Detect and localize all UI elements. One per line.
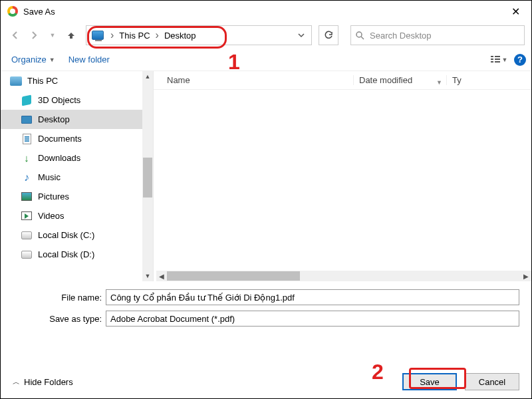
savetype-label: Save as type: [13, 314, 106, 324]
column-date[interactable]: Date modified ▼ [353, 75, 446, 85]
tree-item-videos[interactable]: Videos [1, 206, 153, 225]
pc-icon [10, 76, 22, 86]
svg-rect-2 [491, 56, 493, 57]
search-input[interactable]: Search Desktop [350, 25, 525, 45]
svg-rect-5 [495, 56, 500, 57]
annotation-number-1: 1 [228, 50, 240, 74]
titlebar: Save As ✕ [1, 1, 531, 22]
tree-item-pictures[interactable]: Pictures [1, 187, 153, 206]
tree-item-downloads[interactable]: ↓ Downloads [1, 148, 153, 168]
search-placeholder: Search Desktop [370, 31, 432, 41]
breadcrumb-root[interactable]: This PC [118, 31, 151, 41]
svg-line-1 [361, 37, 364, 39]
tree-scrollbar[interactable]: ▲ ▼ [142, 71, 153, 281]
pictures-icon [21, 192, 32, 201]
organize-button[interactable]: Organize ▼ [6, 52, 61, 67]
chevron-right-icon: › [106, 29, 118, 41]
column-type[interactable]: Ty [446, 75, 462, 85]
chevron-down-icon[interactable]: ▼ [436, 79, 442, 86]
breadcrumb[interactable]: › This PC › Desktop [86, 25, 312, 45]
chrome-icon [7, 6, 18, 17]
footer: ︿ Hide Folders Save Cancel [1, 365, 531, 398]
videos-icon [21, 211, 32, 220]
new-folder-button[interactable]: New folder [63, 52, 115, 67]
scroll-down-icon[interactable]: ▼ [142, 271, 153, 281]
list-header: Name Date modified ▼ Ty [154, 71, 531, 90]
svg-point-0 [356, 32, 362, 37]
scroll-right-icon[interactable]: ▶ [521, 273, 531, 280]
scroll-up-icon[interactable]: ▲ [142, 71, 153, 82]
svg-rect-3 [491, 59, 493, 60]
disk-icon [21, 231, 32, 239]
music-icon: ♪ [21, 172, 33, 183]
hscroll-thumb[interactable] [167, 271, 300, 281]
filename-label: File name: [13, 293, 106, 303]
breadcrumb-child[interactable]: Desktop [163, 31, 198, 41]
horizontal-scrollbar[interactable]: ◀ ▶ [156, 271, 531, 281]
file-list: Name Date modified ▼ Ty ◀ ▶ [154, 71, 531, 281]
folder-tree: This PC 3D Objects Desktop Documents ↓ D… [1, 71, 154, 281]
chevron-down-icon: ▼ [49, 57, 55, 63]
annotation-number-2: 2 [372, 360, 384, 384]
tree-item-music[interactable]: ♪ Music [1, 168, 153, 187]
toolbar: Organize ▼ New folder ▼ ? [1, 49, 531, 71]
path-dropdown[interactable] [294, 29, 309, 41]
scroll-left-icon[interactable]: ◀ [156, 273, 167, 280]
tree-item-disk-d[interactable]: Local Disk (D:) [1, 245, 153, 264]
savetype-select[interactable]: Adobe Acrobat Document (*.pdf) [106, 311, 519, 327]
downloads-icon: ↓ [21, 153, 33, 164]
svg-rect-7 [495, 61, 500, 63]
chevron-right-icon: › [152, 29, 163, 41]
3d-objects-icon [22, 94, 31, 106]
hide-folders-button[interactable]: ︿ Hide Folders [13, 377, 73, 387]
tree-item-3d-objects[interactable]: 3D Objects [1, 90, 153, 110]
save-form: File name: Save as type: Adobe Acrobat D… [1, 281, 531, 328]
disk-icon [21, 251, 32, 259]
tree-item-this-pc[interactable]: This PC [1, 71, 153, 90]
list-body[interactable] [154, 90, 531, 271]
search-icon [355, 31, 364, 40]
column-name[interactable]: Name [154, 75, 353, 85]
back-button[interactable] [7, 27, 23, 43]
close-button[interactable]: ✕ [502, 5, 529, 18]
tree-item-documents[interactable]: Documents [1, 129, 153, 148]
tree-item-desktop[interactable]: Desktop [1, 110, 153, 129]
up-button[interactable] [63, 27, 79, 43]
view-options-button[interactable]: ▼ [487, 52, 510, 68]
filename-input[interactable] [106, 289, 519, 305]
body-area: This PC 3D Objects Desktop Documents ↓ D… [1, 71, 531, 281]
svg-rect-6 [495, 59, 500, 60]
scroll-thumb[interactable] [143, 158, 152, 198]
help-button[interactable]: ? [514, 54, 526, 66]
chevron-up-icon: ︿ [13, 377, 20, 387]
forward-button[interactable] [26, 27, 42, 43]
pc-icon [92, 31, 104, 40]
recent-dropdown[interactable]: ▼ [45, 27, 61, 43]
svg-rect-4 [491, 61, 493, 63]
documents-icon [23, 134, 31, 144]
address-bar: ▼ › This PC › Desktop Search Desktop [1, 22, 531, 49]
chevron-down-icon: ▼ [502, 57, 508, 63]
refresh-button[interactable] [319, 25, 338, 45]
cancel-button[interactable]: Cancel [465, 373, 519, 390]
window-title: Save As [23, 7, 502, 17]
desktop-icon [21, 116, 32, 124]
tree-item-disk-c[interactable]: Local Disk (C:) [1, 225, 153, 245]
save-button[interactable]: Save [402, 373, 457, 390]
